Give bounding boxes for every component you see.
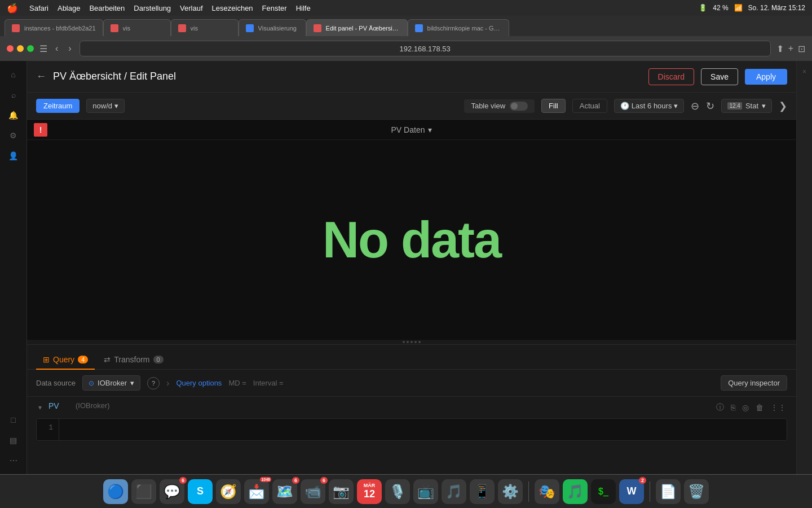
query-info-icon[interactable]: ⓘ bbox=[715, 401, 725, 414]
table-view-label: Table view bbox=[471, 102, 505, 110]
query-delete-icon[interactable]: 🗑 bbox=[754, 402, 765, 413]
viz-panel: ! PV Daten ▾ No data bbox=[27, 120, 796, 340]
dock-podcast[interactable]: 🎙️ bbox=[385, 479, 410, 504]
dock-music[interactable]: 🎵 bbox=[442, 479, 466, 504]
menu-bearbeiten[interactable]: Bearbeiten bbox=[89, 4, 125, 12]
query-row-icons: ⓘ ⎘ ◎ 🗑 ⋮⋮ bbox=[715, 401, 787, 414]
browser-tab-3[interactable]: Visualisierung bbox=[239, 19, 306, 36]
query-toggle-icon[interactable]: ◎ bbox=[741, 402, 750, 413]
dock-skype-icon: S bbox=[197, 485, 204, 497]
browser-tab-5[interactable]: bildschirmkopie mac - Goo... bbox=[408, 19, 509, 36]
sidebar-config-icon[interactable]: ⚙ bbox=[5, 126, 23, 144]
query-editor[interactable]: 1 bbox=[36, 418, 787, 441]
sidebar-local-icon[interactable]: ▤ bbox=[5, 431, 23, 449]
dock-mail-badge: 1046 bbox=[260, 477, 271, 482]
dock-facetime[interactable]: 📹 6 bbox=[301, 479, 325, 504]
dock-word[interactable]: W 2 bbox=[619, 479, 644, 504]
traffic-light-minimize[interactable] bbox=[17, 45, 24, 52]
stat-label: Stat bbox=[745, 102, 758, 110]
new-tab-icon[interactable]: + bbox=[788, 43, 793, 54]
query-tab-icon: ⊞ bbox=[43, 355, 50, 364]
actual-button[interactable]: Actual bbox=[572, 99, 607, 113]
dock-mail[interactable]: 📩 1046 bbox=[244, 479, 269, 504]
sidebar-search-icon[interactable]: ⌕ bbox=[5, 86, 23, 104]
zoom-out-button[interactable]: ⊖ bbox=[691, 100, 699, 112]
menu-verlauf[interactable]: Verlauf bbox=[180, 4, 202, 12]
editor-content[interactable] bbox=[59, 419, 787, 440]
query-options-button[interactable]: Query options bbox=[176, 379, 222, 387]
dock-calendar[interactable]: MÄR 12 bbox=[357, 479, 382, 504]
menu-hilfe[interactable]: Hilfe bbox=[296, 4, 311, 12]
dock-skype[interactable]: S bbox=[188, 479, 213, 504]
dock-pages[interactable]: 📄 bbox=[656, 479, 681, 504]
collapse-button[interactable]: ❯ bbox=[779, 100, 787, 112]
browser-tab-4[interactable]: Edit panel - PV Äœbersicht... bbox=[306, 19, 408, 36]
query-row-expand-button[interactable]: ▾ bbox=[36, 401, 44, 414]
browser-tab-1[interactable]: vis bbox=[103, 19, 171, 36]
apple-icon[interactable]: 🍎 bbox=[7, 3, 18, 14]
dock-tv[interactable]: 📺 bbox=[413, 479, 438, 504]
dock-appstore[interactable]: 📱 bbox=[470, 479, 495, 504]
dock-messages[interactable]: 💬 6 bbox=[160, 479, 184, 504]
dock-safari[interactable]: 🧭 bbox=[216, 479, 241, 504]
panel-resize-handle[interactable] bbox=[27, 340, 796, 344]
dock-launchpad[interactable]: ⬛ bbox=[131, 479, 156, 504]
menu-lesezeichen[interactable]: Lesezeichen bbox=[212, 4, 253, 12]
rp-icon-1[interactable]: × bbox=[800, 65, 809, 78]
stat-selector[interactable]: 12.4 Stat ▾ bbox=[721, 99, 772, 113]
now-d-select[interactable]: now/d ▾ bbox=[86, 99, 125, 113]
discard-button[interactable]: Discard bbox=[648, 68, 694, 85]
query-tabs: ⊞ Query 4 ⇄ Transform 0 bbox=[27, 345, 796, 370]
traffic-light-close[interactable] bbox=[7, 45, 14, 52]
dock-calendar-day: 12 bbox=[364, 489, 375, 500]
datasource-select[interactable]: ⊙ IOBroker ▾ bbox=[82, 375, 140, 391]
sidebar-users-icon[interactable]: 👤 bbox=[5, 147, 23, 165]
apply-button[interactable]: Apply bbox=[745, 69, 787, 85]
table-view-switch[interactable] bbox=[510, 102, 528, 111]
page-header: ← PV Äœbersicht / Edit Panel Discard Sav… bbox=[27, 61, 796, 93]
query-tab-transform[interactable]: ⇄ Transform 0 bbox=[97, 351, 170, 370]
panel-title-button[interactable]: PV Daten ▾ bbox=[391, 125, 433, 134]
query-inspector-button[interactable]: Query inspector bbox=[721, 375, 787, 391]
dock-keynote[interactable]: 🎭 bbox=[535, 479, 559, 504]
sidebar-right-icon[interactable]: ⊡ bbox=[798, 43, 805, 54]
sidebar-home-icon[interactable]: ⌂ bbox=[5, 65, 23, 84]
dock-photos[interactable]: 📷 bbox=[329, 479, 354, 504]
save-button[interactable]: Save bbox=[701, 68, 738, 85]
time-range-picker[interactable]: 🕐 Last 6 hours ▾ bbox=[614, 99, 685, 113]
dock-finder[interactable]: 🔵 bbox=[103, 479, 128, 504]
datasource-info-button[interactable]: ? bbox=[147, 377, 160, 389]
nav-back-button[interactable]: ‹ bbox=[53, 41, 60, 56]
query-section: ⊞ Query 4 ⇄ Transform 0 Data source ⊙ IO… bbox=[27, 344, 796, 474]
menu-safari[interactable]: Safari bbox=[29, 4, 48, 12]
refresh-button[interactable]: ↻ bbox=[706, 100, 714, 112]
sidebar-alert-icon[interactable]: 🔔 bbox=[5, 106, 23, 124]
query-tab-query[interactable]: ⊞ Query 4 bbox=[36, 351, 95, 370]
menubar-right-icons: 🔋 42 % 📶 So. 12. März 15:12 bbox=[699, 4, 805, 12]
traffic-light-maximize[interactable] bbox=[27, 45, 34, 52]
dock-trash-icon: 🗑️ bbox=[688, 484, 705, 500]
zeitraum-button[interactable]: Zeitraum bbox=[36, 99, 80, 113]
dock-settings[interactable]: ⚙️ bbox=[498, 479, 523, 504]
address-bar[interactable]: 192.168.178.53 bbox=[80, 41, 771, 56]
sidebar-more-icon[interactable]: ⋯ bbox=[5, 452, 23, 470]
dock-spotify[interactable]: 🎵 bbox=[563, 479, 588, 504]
sidebar-toggle-button[interactable]: ☰ bbox=[39, 43, 47, 54]
browser-tab-2[interactable]: vis bbox=[171, 19, 239, 36]
sidebar-instances-icon[interactable]: □ bbox=[5, 411, 23, 429]
dock-messages-badge: 6 bbox=[179, 477, 187, 484]
query-more-icon[interactable]: ⋮⋮ bbox=[769, 402, 787, 413]
menu-ablage[interactable]: Ablage bbox=[58, 4, 80, 12]
fill-button[interactable]: Fill bbox=[541, 99, 566, 113]
back-button[interactable]: ← bbox=[36, 71, 46, 82]
share-icon[interactable]: ⬆ bbox=[776, 43, 784, 54]
dock-trash[interactable]: 🗑️ bbox=[684, 479, 709, 504]
menu-darstellung[interactable]: Darstellung bbox=[134, 4, 171, 12]
nav-forward-button[interactable]: › bbox=[66, 41, 73, 56]
dock-maps[interactable]: 🗺️ 6 bbox=[272, 479, 297, 504]
query-duplicate-icon[interactable]: ⎘ bbox=[730, 402, 736, 413]
browser-tab-0[interactable]: instances - bfdb5deb2a21 bbox=[5, 19, 103, 36]
dock-separator-1 bbox=[528, 481, 529, 502]
dock-terminal[interactable]: $_ bbox=[591, 479, 616, 504]
menu-fenster[interactable]: Fenster bbox=[262, 4, 287, 12]
